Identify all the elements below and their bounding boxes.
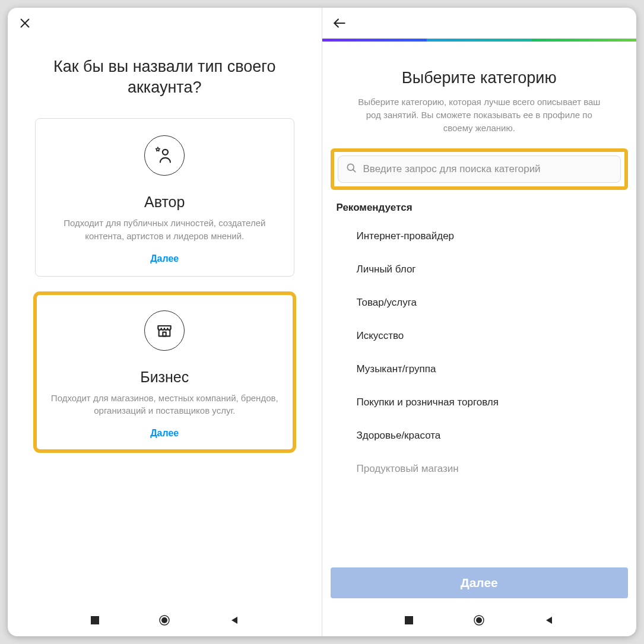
- business-icon: [144, 310, 185, 351]
- page-subtitle: Выберите категорию, которая лучше всего …: [322, 96, 637, 148]
- back-icon[interactable]: [228, 614, 241, 627]
- recents-icon[interactable]: [402, 614, 415, 627]
- svg-rect-3: [163, 332, 166, 336]
- category-item[interactable]: Интернет-провайдер: [337, 220, 623, 253]
- card-title: Бизнес: [46, 369, 283, 386]
- recents-icon[interactable]: [88, 614, 101, 627]
- back-arrow-icon[interactable]: [331, 14, 348, 32]
- category-item[interactable]: Искусство: [337, 319, 623, 353]
- svg-rect-10: [405, 616, 413, 624]
- svg-line-9: [353, 170, 355, 172]
- close-icon[interactable]: [16, 14, 34, 32]
- category-item[interactable]: Продуктовый магазин: [337, 452, 623, 486]
- page-title: Выберите категорию: [322, 46, 637, 96]
- android-navbar: [322, 604, 637, 636]
- author-icon: [144, 135, 185, 176]
- home-icon[interactable]: [158, 614, 171, 627]
- search-input[interactable]: [363, 163, 614, 175]
- progress-bar: [322, 39, 637, 42]
- card-desc: Подходит для публичных личностей, создат…: [46, 217, 283, 251]
- category-item[interactable]: Товар/услуга: [337, 286, 623, 319]
- svg-point-12: [476, 617, 482, 623]
- back-icon[interactable]: [543, 614, 556, 627]
- home-icon[interactable]: [472, 614, 486, 627]
- search-input-container[interactable]: [338, 156, 621, 183]
- next-button[interactable]: Далее: [46, 426, 283, 440]
- account-type-card-author[interactable]: Автор Подходит для публичных личностей, …: [35, 118, 294, 277]
- search-icon: [345, 162, 357, 176]
- account-type-card-business[interactable]: Бизнес Подходит для магазинов, местных к…: [35, 293, 294, 452]
- search-highlight: [331, 148, 629, 190]
- section-label: Рекомендуется: [322, 196, 637, 220]
- next-button[interactable]: Далее: [46, 251, 283, 265]
- svg-point-2: [163, 150, 168, 155]
- category-item[interactable]: Личный блог: [337, 253, 623, 286]
- category-list[interactable]: Интернет-провайдер Личный блог Товар/усл…: [322, 220, 637, 564]
- svg-point-6: [161, 617, 167, 623]
- category-item[interactable]: Здоровье/красота: [337, 419, 623, 452]
- category-item[interactable]: Музыкант/группа: [337, 353, 623, 386]
- card-title: Автор: [46, 193, 283, 211]
- svg-rect-4: [91, 616, 99, 624]
- card-desc: Подходит для магазинов, местных компаний…: [46, 392, 283, 426]
- page-title: Как бы вы назвали тип своего аккаунта?: [8, 39, 322, 118]
- android-navbar: [8, 604, 322, 636]
- next-button[interactable]: Далее: [331, 567, 629, 598]
- category-item[interactable]: Покупки и розничная торговля: [337, 386, 623, 419]
